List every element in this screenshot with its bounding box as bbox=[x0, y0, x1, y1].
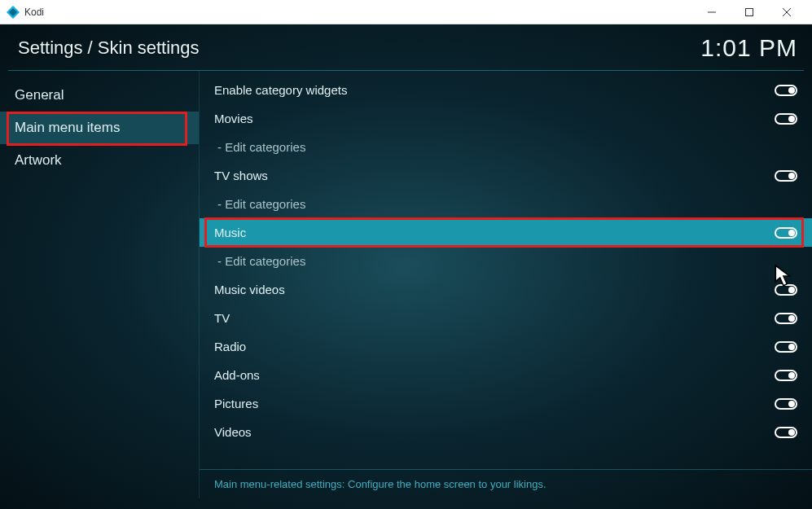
toggle-pictures[interactable] bbox=[775, 398, 797, 410]
setting-label: TV bbox=[214, 311, 230, 325]
sidebar-item-general[interactable]: General bbox=[0, 79, 199, 112]
sidebar-item-main-menu-items[interactable]: Main menu items bbox=[0, 112, 199, 144]
clock: 1:01 PM bbox=[700, 34, 797, 62]
setting-row-edit-categories[interactable]: - Edit categories bbox=[200, 190, 812, 218]
setting-row-music[interactable]: Music bbox=[200, 218, 812, 247]
setting-row-videos[interactable]: Videos bbox=[200, 418, 812, 446]
setting-label: Music bbox=[214, 226, 246, 239]
setting-row-add-ons[interactable]: Add-ons bbox=[200, 361, 812, 389]
header: Settings / Skin settings 1:01 PM bbox=[0, 24, 812, 70]
footer-help: Main menu-related settings: Configure th… bbox=[200, 469, 812, 498]
sidebar: GeneralMain menu itemsArtwork bbox=[0, 71, 200, 498]
settings-list: Enable category widgetsMovies- Edit cate… bbox=[200, 76, 812, 469]
toggle-radio[interactable] bbox=[775, 341, 797, 353]
setting-label: - Edit categories bbox=[217, 140, 305, 154]
window-titlebar: Kodi bbox=[0, 0, 812, 24]
setting-label: Movies bbox=[214, 112, 253, 125]
highlight-box bbox=[204, 217, 804, 248]
setting-row-tv-shows[interactable]: TV shows bbox=[200, 161, 812, 190]
kodi-icon bbox=[7, 6, 20, 19]
toggle-videos[interactable] bbox=[775, 427, 797, 438]
app-body: Settings / Skin settings 1:01 PM General… bbox=[0, 24, 812, 509]
toggle-enable-category-widgets[interactable] bbox=[775, 85, 797, 96]
setting-row-pictures[interactable]: Pictures bbox=[200, 389, 812, 418]
setting-label: TV shows bbox=[214, 169, 268, 182]
toggle-tv-shows[interactable] bbox=[775, 170, 797, 182]
toggle-music-videos[interactable] bbox=[775, 284, 797, 296]
sidebar-item-label: Main menu items bbox=[15, 120, 120, 135]
svg-rect-1 bbox=[746, 8, 753, 15]
sidebar-item-artwork[interactable]: Artwork bbox=[0, 144, 199, 177]
setting-row-tv[interactable]: TV bbox=[200, 304, 812, 332]
setting-row-movies[interactable]: Movies bbox=[200, 104, 812, 133]
setting-row-edit-categories[interactable]: - Edit categories bbox=[200, 133, 812, 161]
setting-label: Music videos bbox=[214, 283, 285, 296]
setting-label: Add-ons bbox=[214, 368, 260, 382]
toggle-movies[interactable] bbox=[775, 113, 797, 125]
toggle-music[interactable] bbox=[775, 227, 797, 239]
setting-label: - Edit categories bbox=[217, 254, 305, 268]
breadcrumb: Settings / Skin settings bbox=[18, 37, 200, 59]
window-controls bbox=[693, 1, 805, 24]
close-button[interactable] bbox=[768, 1, 805, 24]
setting-label: Radio bbox=[214, 340, 246, 353]
setting-label: Videos bbox=[214, 425, 252, 439]
sidebar-item-label: Artwork bbox=[15, 152, 62, 168]
setting-row-music-videos[interactable]: Music videos bbox=[200, 275, 812, 304]
setting-label: Enable category widgets bbox=[214, 83, 347, 97]
toggle-add-ons[interactable] bbox=[775, 370, 797, 381]
content: GeneralMain menu itemsArtwork Enable cat… bbox=[0, 71, 812, 498]
setting-label: - Edit categories bbox=[217, 197, 305, 211]
setting-row-radio[interactable]: Radio bbox=[200, 332, 812, 361]
window-title: Kodi bbox=[24, 7, 693, 18]
sidebar-item-label: General bbox=[15, 87, 64, 103]
maximize-button[interactable] bbox=[731, 1, 768, 24]
setting-label: Pictures bbox=[214, 397, 258, 410]
main-panel: Enable category widgetsMovies- Edit cate… bbox=[200, 71, 812, 498]
minimize-button[interactable] bbox=[693, 1, 731, 24]
toggle-tv[interactable] bbox=[775, 313, 797, 324]
setting-row-enable-category-widgets[interactable]: Enable category widgets bbox=[200, 76, 812, 104]
setting-row-edit-categories[interactable]: - Edit categories bbox=[200, 247, 812, 275]
